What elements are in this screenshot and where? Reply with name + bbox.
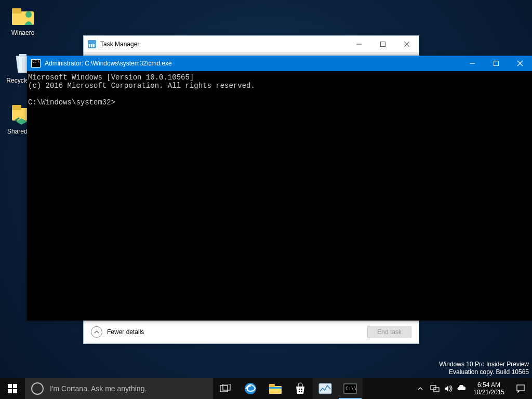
svg-rect-10 <box>494 61 499 66</box>
taskbar-app-edge[interactable] <box>238 378 263 399</box>
cmd-icon <box>31 59 41 68</box>
taskbar-app-store[interactable] <box>288 378 313 399</box>
svg-rect-4 <box>12 105 21 110</box>
task-manager-titlebar[interactable]: Task Manager <box>84 36 419 53</box>
svg-rect-25 <box>299 391 300 392</box>
clock-date: 10/21/2015 <box>473 389 504 396</box>
cmd-line: Microsoft Windows [Version 10.0.10565] <box>28 73 194 82</box>
end-task-button: End task <box>367 326 411 338</box>
taskbar-app-cmd[interactable]: C:\\_ <box>338 378 363 399</box>
action-center-button[interactable] <box>509 384 532 393</box>
tray-volume-icon[interactable] <box>442 384 455 393</box>
tray-onedrive-icon[interactable] <box>455 385 469 392</box>
svg-rect-32 <box>517 385 524 391</box>
task-manager-footer: Fewer details End task <box>84 320 419 343</box>
system-tray: 6:54 AM 10/21/2015 <box>413 378 532 399</box>
tray-overflow-button[interactable] <box>413 386 428 391</box>
svg-text:C:\\_: C:\\_ <box>345 386 357 391</box>
fewer-details-link[interactable]: Fewer details <box>107 328 144 336</box>
desktop-icon-winaero[interactable]: Winaero <box>3 3 43 36</box>
task-manager-icon <box>88 40 96 48</box>
svg-rect-26 <box>301 391 302 392</box>
svg-rect-23 <box>299 389 300 390</box>
svg-point-2 <box>25 11 32 18</box>
svg-rect-22 <box>269 387 282 389</box>
clock-time: 6:54 AM <box>477 381 500 389</box>
svg-rect-14 <box>13 384 17 388</box>
cortana-icon <box>31 382 44 395</box>
tray-network-icon[interactable] <box>428 384 442 393</box>
task-view-button[interactable] <box>213 378 238 399</box>
watermark-line: Windows 10 Pro Insider Preview <box>439 361 529 368</box>
close-button[interactable] <box>395 36 419 52</box>
minimize-button[interactable] <box>460 56 484 71</box>
task-manager-title: Task Manager <box>100 41 347 48</box>
desktop-watermark: Windows 10 Pro Insider Preview Evaluatio… <box>439 361 529 376</box>
svg-rect-15 <box>8 389 12 393</box>
minimize-button[interactable] <box>347 36 371 52</box>
svg-rect-24 <box>301 389 302 390</box>
svg-rect-21 <box>269 384 275 387</box>
close-button[interactable] <box>508 56 532 71</box>
cmd-window[interactable]: Administrator: C:\Windows\system32\cmd.e… <box>27 56 532 321</box>
maximize-button[interactable] <box>371 36 395 52</box>
taskbar[interactable]: I'm Cortana. Ask me anything. C:\\_ 6:54… <box>0 378 532 399</box>
watermark-line: Evaluation copy. Build 10565 <box>439 368 529 376</box>
cmd-title: Administrator: C:\Windows\system32\cmd.e… <box>45 60 460 67</box>
cortana-search[interactable]: I'm Cortana. Ask me anything. <box>25 378 213 399</box>
cmd-line: (c) 2016 Microsoft Corporation. All righ… <box>28 82 255 90</box>
maximize-button[interactable] <box>484 56 508 71</box>
svg-rect-17 <box>220 385 228 392</box>
taskbar-app-taskmanager[interactable] <box>313 378 338 399</box>
svg-rect-13 <box>8 384 12 388</box>
cmd-prompt: C:\Windows\system32> <box>28 98 115 107</box>
taskbar-app-explorer[interactable] <box>263 378 288 399</box>
svg-rect-1 <box>12 8 21 14</box>
folder-person-icon <box>10 3 35 28</box>
cmd-titlebar[interactable]: Administrator: C:\Windows\system32\cmd.e… <box>27 56 532 71</box>
cortana-placeholder: I'm Cortana. Ask me anything. <box>50 384 147 393</box>
svg-rect-18 <box>223 384 230 390</box>
start-button[interactable] <box>0 378 25 399</box>
cmd-output[interactable]: Microsoft Windows [Version 10.0.10565] (… <box>27 71 532 109</box>
svg-rect-16 <box>13 389 17 393</box>
icon-label: Winaero <box>3 29 43 36</box>
taskbar-clock[interactable]: 6:54 AM 10/21/2015 <box>469 381 509 396</box>
chevron-up-icon[interactable] <box>91 326 102 338</box>
svg-rect-6 <box>381 42 385 47</box>
